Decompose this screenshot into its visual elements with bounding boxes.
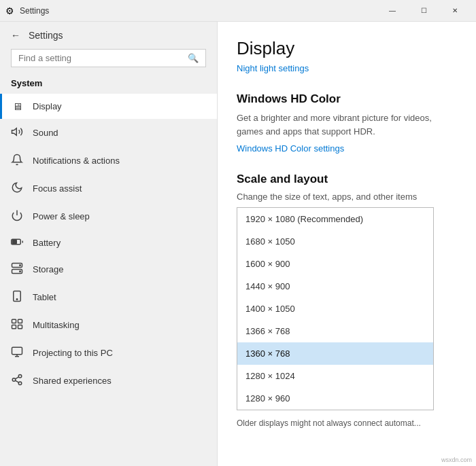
sidebar-header: ← Settings xyxy=(0,22,217,49)
scale-title: Scale and layout xyxy=(237,173,457,186)
watermark: wsxdn.com xyxy=(441,456,472,463)
resolution-option-2[interactable]: 1600 × 900 xyxy=(237,253,433,275)
content-area: Display Night light settings Windows HD … xyxy=(218,22,476,466)
maximize-button[interactable]: ☐ xyxy=(408,0,439,22)
sidebar-item-notifications[interactable]: Notifications & actions xyxy=(0,147,217,175)
sidebar: ← Settings 🔍 System 🖥 Display Sound xyxy=(0,22,218,466)
svg-point-10 xyxy=(16,299,18,300)
search-input[interactable] xyxy=(18,53,182,63)
minimize-button[interactable]: — xyxy=(377,0,408,22)
shared-icon xyxy=(11,374,23,388)
svg-point-8 xyxy=(20,271,21,272)
projecting-icon xyxy=(11,346,23,360)
notifications-icon xyxy=(11,154,23,168)
bottom-note: Older displays might not always connect … xyxy=(237,417,457,429)
sidebar-item-display[interactable]: 🖥 Display xyxy=(0,94,217,119)
sidebar-item-label: Notifications & actions xyxy=(33,156,120,166)
resolution-option-7[interactable]: 1280 × 1024 xyxy=(237,365,433,387)
resolution-option-0[interactable]: 1920 × 1080 (Recommended) xyxy=(237,208,433,230)
search-icon: 🔍 xyxy=(188,53,199,63)
sidebar-item-label: Storage xyxy=(33,264,64,274)
sidebar-item-projecting[interactable]: Projecting to this PC xyxy=(0,339,217,367)
svg-point-7 xyxy=(20,265,21,266)
sidebar-item-label: Power & sleep xyxy=(33,211,90,221)
sidebar-item-multitasking[interactable]: Multitasking xyxy=(0,311,217,339)
svg-point-18 xyxy=(18,375,22,378)
battery-icon xyxy=(11,237,23,249)
sidebar-item-storage[interactable]: Storage xyxy=(0,255,217,283)
main-layout: ← Settings 🔍 System 🖥 Display Sound xyxy=(0,22,476,466)
resolution-list[interactable]: 1920 × 1080 (Recommended)1680 × 10501600… xyxy=(237,208,433,410)
resolution-option-3[interactable]: 1440 × 900 xyxy=(237,275,433,298)
title-bar: ⚙ Settings — ☐ ✕ xyxy=(0,0,476,22)
title-bar-left: ⚙ Settings xyxy=(5,5,49,16)
svg-rect-13 xyxy=(12,325,16,329)
svg-marker-0 xyxy=(12,128,17,136)
sidebar-item-sound[interactable]: Sound xyxy=(0,119,217,147)
storage-icon xyxy=(11,262,23,276)
multitasking-icon xyxy=(11,318,23,332)
page-title: Display xyxy=(237,38,457,59)
tablet-icon xyxy=(11,290,23,304)
title-bar-title: Settings xyxy=(20,6,49,16)
svg-line-21 xyxy=(15,380,18,382)
sidebar-item-label: Battery xyxy=(33,238,61,248)
resolution-option-6[interactable]: 1360 × 768 xyxy=(237,342,433,365)
sidebar-item-label: Tablet xyxy=(33,292,56,302)
svg-rect-15 xyxy=(12,347,22,355)
sidebar-item-tablet[interactable]: Tablet xyxy=(0,283,217,311)
sidebar-item-power[interactable]: Power & sleep xyxy=(0,202,217,230)
sidebar-item-shared[interactable]: Shared experiences xyxy=(0,367,217,395)
sidebar-section-title: System xyxy=(0,75,217,94)
display-icon: 🖥 xyxy=(11,101,23,112)
close-button[interactable]: ✕ xyxy=(439,0,471,22)
sound-icon xyxy=(11,126,23,140)
resolution-option-5[interactable]: 1366 × 768 xyxy=(237,320,433,342)
sidebar-item-label: Projecting to this PC xyxy=(33,348,113,358)
hd-color-title: Windows HD Color xyxy=(237,92,457,106)
sidebar-item-label: Sound xyxy=(33,128,58,138)
settings-title: Settings xyxy=(29,30,63,41)
sidebar-item-label: Display xyxy=(33,101,62,111)
back-button[interactable]: ← xyxy=(11,30,20,41)
hd-color-desc: Get a brighter and more vibrant picture … xyxy=(237,111,457,138)
svg-rect-14 xyxy=(18,325,22,329)
svg-line-22 xyxy=(15,377,18,379)
resolution-dropdown[interactable]: 1920 × 1080 (Recommended)1680 × 10501600… xyxy=(237,207,434,410)
power-icon xyxy=(11,209,23,223)
hd-color-link[interactable]: Windows HD Color settings xyxy=(237,143,344,154)
sidebar-item-label: Shared experiences xyxy=(33,376,112,386)
svg-rect-11 xyxy=(12,319,16,323)
sidebar-item-battery[interactable]: Battery xyxy=(0,230,217,255)
svg-rect-4 xyxy=(12,240,18,244)
sidebar-item-focus[interactable]: Focus assist xyxy=(0,175,217,202)
app-icon: ⚙ xyxy=(5,5,14,16)
sidebar-item-label: Focus assist xyxy=(33,183,82,194)
svg-rect-12 xyxy=(18,319,22,323)
search-box[interactable]: 🔍 xyxy=(11,49,206,67)
svg-point-20 xyxy=(18,382,22,385)
sidebar-item-label: Multitasking xyxy=(33,320,80,330)
title-bar-controls: — ☐ ✕ xyxy=(377,0,471,22)
resolution-option-8[interactable]: 1280 × 960 xyxy=(237,387,433,410)
night-light-link[interactable]: Night light settings xyxy=(237,63,309,73)
resolution-option-4[interactable]: 1400 × 1050 xyxy=(237,298,433,320)
focus-icon xyxy=(11,181,23,196)
resolution-option-1[interactable]: 1680 × 1050 xyxy=(237,230,433,253)
svg-point-19 xyxy=(12,378,16,382)
scale-desc: Change the size of text, apps, and other… xyxy=(237,192,457,202)
